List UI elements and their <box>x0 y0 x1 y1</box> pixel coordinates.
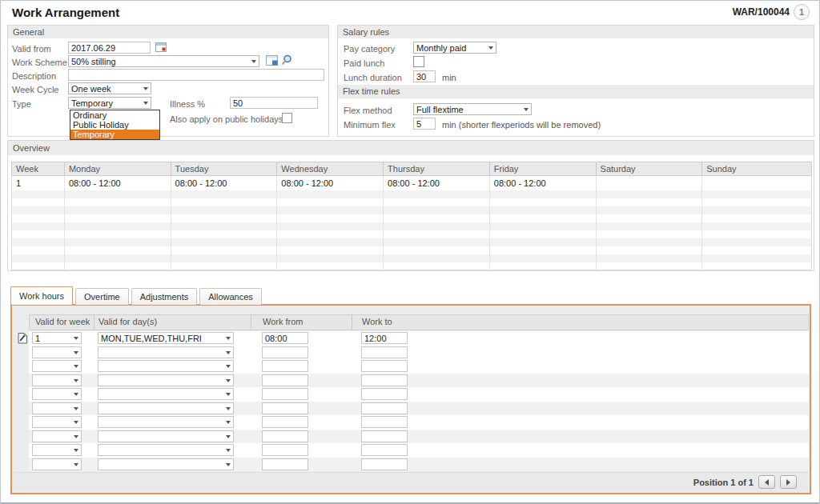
work-from-input[interactable] <box>262 458 308 470</box>
tab-adjustments[interactable]: Adjustments <box>131 288 198 305</box>
valid-days-select[interactable] <box>98 402 234 414</box>
work-scheme-select[interactable]: 50% stilling <box>68 55 259 67</box>
work-to-input[interactable] <box>361 444 408 456</box>
valid-days-select[interactable] <box>98 458 234 470</box>
type-select[interactable]: Temporary <box>68 97 151 109</box>
open-form-icon[interactable] <box>266 55 279 68</box>
work-hours-empty-row[interactable] <box>29 415 809 430</box>
type-option-ordinary[interactable]: Ordinary <box>70 110 159 120</box>
work-hours-empty-row[interactable] <box>29 430 809 444</box>
paid-lunch-checkbox[interactable] <box>413 56 424 67</box>
work-hours-empty-row[interactable] <box>29 346 809 360</box>
work-from-input[interactable] <box>262 416 308 428</box>
work-to-input[interactable] <box>361 374 408 386</box>
work-hours-empty-row[interactable] <box>29 402 809 416</box>
valid-days-select[interactable]: MON,TUE,WED,THU,FRI <box>98 332 234 344</box>
valid-week-select[interactable] <box>32 346 82 358</box>
doc-ref-label: WAR/100044 <box>733 6 790 18</box>
work-hours-empty-row[interactable] <box>29 374 809 388</box>
work-to-input[interactable] <box>361 332 408 344</box>
valid-days-select[interactable] <box>98 388 234 400</box>
valid-days-select[interactable] <box>98 430 234 442</box>
work-hours-empty-row[interactable] <box>29 443 809 458</box>
work-to-input[interactable] <box>361 402 408 414</box>
work-from-input[interactable] <box>262 430 308 442</box>
arrow-left-icon <box>765 479 769 486</box>
work-to-input[interactable] <box>361 388 408 400</box>
lunch-duration-unit: min <box>442 72 456 83</box>
chevron-down-icon <box>226 449 231 452</box>
work-arrangement-window: Work Arrangement WAR/100044 1 General Va… <box>0 0 820 504</box>
valid-days-select[interactable] <box>98 416 234 428</box>
valid-from-input[interactable] <box>68 42 151 54</box>
description-input[interactable] <box>68 69 324 81</box>
overview-empty-rows <box>11 190 812 270</box>
lunch-duration-input[interactable] <box>413 70 436 82</box>
work-from-input[interactable] <box>262 374 308 386</box>
work-from-input[interactable] <box>262 346 308 358</box>
valid-week-select[interactable] <box>32 430 82 442</box>
chevron-down-icon <box>143 87 148 90</box>
top-bar: Work Arrangement WAR/100044 1 <box>1 1 819 23</box>
work-to-input[interactable] <box>361 416 408 428</box>
type-option-temporary[interactable]: Temporary <box>70 130 159 139</box>
work-hours-row-1[interactable]: 1 MON,TUE,WED,THU,FRI <box>29 331 809 346</box>
overview-thursday-hours: 08:00 - 12:00 <box>384 176 490 190</box>
illness-input[interactable] <box>230 97 318 109</box>
overview-week-number: 1 <box>12 176 65 190</box>
chevron-down-icon <box>226 421 231 424</box>
tab-work-hours[interactable]: Work hours <box>10 286 73 305</box>
record-count-badge[interactable]: 1 <box>794 4 810 20</box>
next-page-button[interactable] <box>780 475 797 489</box>
valid-week-select[interactable] <box>32 388 82 400</box>
search-icon[interactable] <box>282 54 293 67</box>
overview-week-row[interactable]: 1 08:00 - 12:00 08:00 - 12:00 08:00 - 12… <box>11 176 812 190</box>
work-from-input[interactable] <box>262 444 308 456</box>
valid-week-select[interactable]: 1 <box>32 332 82 344</box>
overview-col-week: Week <box>12 162 65 175</box>
calendar-icon[interactable] <box>155 42 167 54</box>
valid-days-select[interactable] <box>98 444 234 456</box>
overview-sunday-hours <box>702 176 811 190</box>
work-from-input[interactable] <box>262 402 308 414</box>
valid-days-select[interactable] <box>98 374 234 386</box>
valid-week-select[interactable] <box>32 458 82 470</box>
valid-days-select[interactable] <box>98 360 234 372</box>
document-reference: WAR/100044 1 <box>733 4 810 20</box>
paid-lunch-label: Paid lunch <box>344 58 384 69</box>
flex-method-select[interactable]: Full flextime <box>413 103 532 115</box>
type-option-public-holiday[interactable]: Public Holiday <box>70 120 159 130</box>
work-from-input[interactable] <box>262 360 308 372</box>
chevron-down-icon <box>74 407 78 410</box>
minimum-flex-input[interactable] <box>413 118 436 130</box>
type-label: Type <box>12 98 31 110</box>
week-cycle-select[interactable]: One week <box>68 82 151 94</box>
public-holidays-checkbox[interactable] <box>282 113 292 123</box>
chevron-down-icon <box>226 365 231 368</box>
work-from-input[interactable] <box>262 332 308 344</box>
chevron-down-icon <box>143 102 148 105</box>
type-dropdown-list: Ordinary Public Holiday Temporary <box>70 110 160 140</box>
chevron-down-icon <box>226 463 231 466</box>
overview-friday-hours: 08:00 - 12:00 <box>490 176 597 190</box>
valid-week-select[interactable] <box>32 416 82 428</box>
tab-allowances[interactable]: Allowances <box>199 288 262 305</box>
valid-week-select[interactable] <box>32 402 82 414</box>
tab-overtime[interactable]: Overtime <box>75 288 129 305</box>
work-from-input[interactable] <box>262 388 308 400</box>
previous-page-button[interactable] <box>758 475 775 489</box>
work-to-input[interactable] <box>361 458 408 470</box>
work-to-input[interactable] <box>361 430 408 442</box>
valid-from-label: Valid from <box>12 43 51 54</box>
valid-days-select[interactable] <box>98 346 234 358</box>
work-hours-empty-row[interactable] <box>29 387 809 402</box>
pay-category-select[interactable]: Monthly paid <box>413 42 496 54</box>
work-hours-empty-row[interactable] <box>29 359 809 374</box>
valid-week-select[interactable] <box>32 360 82 372</box>
valid-week-select[interactable] <box>32 444 82 456</box>
work-to-input[interactable] <box>361 346 408 358</box>
editing-row-icon <box>18 332 28 346</box>
valid-week-select[interactable] <box>32 374 82 386</box>
work-to-input[interactable] <box>361 360 408 372</box>
work-hours-empty-row[interactable] <box>29 458 809 472</box>
